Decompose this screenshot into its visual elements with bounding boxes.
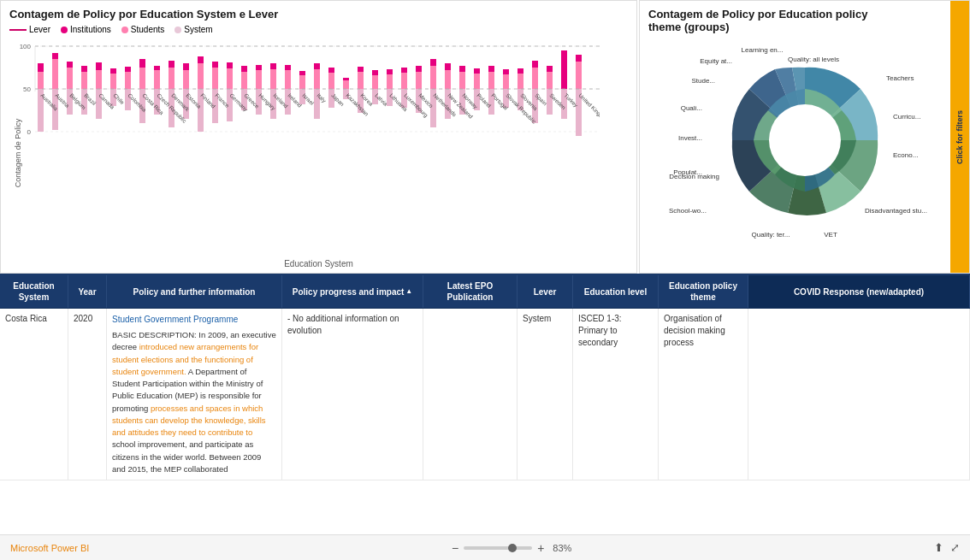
svg-rect-80	[387, 69, 393, 74]
td-edu-theme: Organisation of decision making process	[659, 309, 748, 480]
th-year: Year	[68, 275, 107, 308]
svg-rect-86	[416, 66, 422, 72]
donut-chart-panel: Contagem de Policy por Education policy …	[639, 0, 970, 274]
th-progress: Policy progress and impact ▲	[282, 275, 423, 308]
svg-rect-59	[285, 65, 291, 70]
table-header: Education System Year Policy and further…	[0, 275, 970, 309]
svg-text:100: 100	[20, 43, 32, 50]
legend-students-dot	[121, 27, 128, 33]
svg-rect-58	[285, 70, 291, 89]
svg-rect-119	[576, 55, 582, 62]
zoom-value: 83%	[553, 543, 571, 553]
svg-rect-52	[256, 70, 262, 89]
svg-rect-92	[445, 63, 451, 70]
legend-lever-label: Lever	[29, 25, 50, 34]
svg-rect-82	[401, 73, 407, 89]
svg-rect-64	[314, 69, 320, 89]
svg-rect-88	[430, 66, 436, 89]
x-axis-label: Education System	[9, 259, 628, 268]
legend-students: Students	[121, 25, 164, 34]
legend-system-label: System	[184, 25, 212, 34]
bar-chart-svg: 100 50 0	[9, 38, 600, 256]
svg-rect-71	[343, 78, 349, 80]
td-policy: Student Government Programme BASIC DESCR…	[107, 309, 282, 480]
svg-rect-104	[503, 69, 509, 74]
svg-rect-67	[328, 73, 334, 89]
svg-rect-38	[183, 63, 189, 70]
share-icon[interactable]: ⬆	[934, 541, 943, 554]
svg-rect-68	[328, 68, 334, 73]
zoom-in-button[interactable]: +	[537, 541, 544, 555]
svg-rect-16	[81, 72, 87, 89]
th-education-level: Education level	[573, 275, 659, 308]
zoom-slider-thumb[interactable]	[508, 544, 517, 552]
svg-rect-76	[372, 75, 378, 89]
svg-rect-29	[139, 59, 145, 68]
bar-chart-legend: Lever Institutions Students System	[9, 25, 628, 34]
svg-rect-77	[372, 70, 378, 75]
svg-rect-25	[125, 72, 131, 89]
svg-text:Equity at...: Equity at...	[700, 57, 732, 65]
svg-text:Quali...: Quali...	[680, 104, 701, 112]
svg-rect-23	[110, 68, 116, 74]
svg-text:Curricu...: Curricu...	[893, 113, 920, 121]
fullscreen-icon[interactable]: ⤢	[950, 541, 960, 554]
svg-rect-110	[532, 61, 538, 68]
svg-rect-70	[343, 80, 349, 89]
donut-area: Quality: all levels Teachers Curricu... …	[648, 38, 961, 243]
svg-rect-41	[198, 56, 204, 63]
legend-lever: Lever	[9, 25, 50, 34]
svg-text:VET: VET	[824, 231, 837, 239]
svg-rect-8	[38, 63, 44, 72]
svg-text:Quality: all levels: Quality: all levels	[787, 56, 838, 63]
th-covid: COVID Response (new/adapted)	[748, 275, 970, 308]
svg-rect-89	[430, 59, 436, 66]
svg-rect-100	[488, 72, 494, 89]
top-row: Contagem de Policy por Education System …	[0, 0, 970, 274]
svg-rect-47	[227, 62, 233, 68]
svg-rect-55	[270, 69, 276, 89]
td-covid	[748, 309, 970, 480]
zoom-slider[interactable]	[464, 546, 532, 550]
legend-institutions: Institutions	[61, 25, 111, 34]
legend-system-dot	[174, 27, 181, 33]
svg-rect-32	[154, 66, 160, 70]
legend-system: System	[174, 25, 212, 34]
svg-rect-94	[459, 72, 465, 89]
td-lever: System	[518, 309, 573, 480]
td-edu-level: ISCED 1-3: Primary to secondary	[573, 309, 659, 480]
svg-rect-53	[256, 65, 262, 70]
zoom-out-button[interactable]: −	[452, 541, 458, 555]
svg-rect-97	[474, 74, 480, 89]
svg-rect-28	[139, 68, 145, 89]
svg-rect-11	[52, 53, 58, 59]
svg-text:Invest...: Invest...	[677, 134, 701, 142]
svg-rect-101	[488, 66, 494, 72]
bar-chart-title: Contagem de Policy por Education System …	[9, 8, 628, 21]
bar-chart-wrapper: Contagem de Policy 100 50 0	[9, 38, 628, 268]
svg-rect-40	[198, 63, 204, 89]
svg-text:0: 0	[27, 128, 32, 136]
svg-rect-95	[459, 66, 465, 72]
legend-institutions-label: Institutions	[70, 25, 111, 34]
fullscreen-controls: ⬆ ⤢	[934, 541, 960, 554]
bar-chart-panel: Contagem de Policy por Education System …	[0, 0, 637, 274]
svg-rect-106	[518, 74, 523, 89]
svg-rect-118	[576, 62, 582, 89]
zoom-controls: − + 83%	[452, 541, 571, 555]
svg-rect-65	[314, 63, 320, 69]
svg-rect-107	[518, 68, 523, 74]
svg-rect-14	[67, 62, 73, 68]
click-filters-button[interactable]: Click for filters	[950, 1, 969, 273]
svg-text:Stude...: Stude...	[691, 77, 715, 85]
policy-title: Student Government Programme	[112, 313, 276, 326]
powerbi-link[interactable]: Microsoft Power BI	[10, 543, 89, 553]
svg-rect-116	[561, 50, 567, 89]
policy-body: BASIC DESCRIPTION: In 2009, an executive…	[112, 329, 276, 475]
y-axis-label: Contagem de Policy	[14, 119, 22, 188]
sort-indicator: ▲	[405, 287, 412, 296]
svg-rect-17	[81, 66, 87, 72]
legend-lever-line	[9, 29, 27, 31]
donut-chart-title: Contagem de Policy por Education policy …	[648, 8, 888, 33]
svg-text:50: 50	[23, 85, 31, 93]
